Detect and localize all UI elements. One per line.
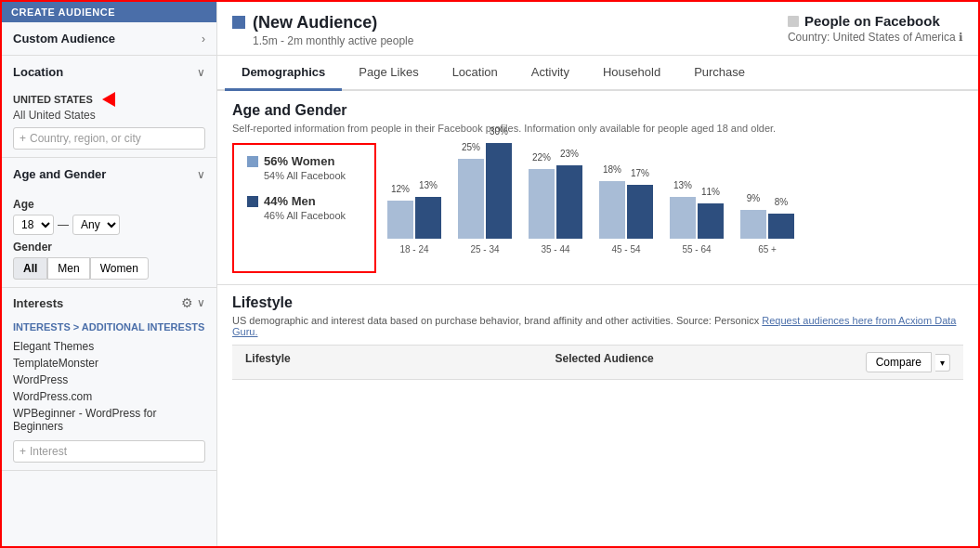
interest-wordpress-com: WordPress.com	[13, 388, 205, 405]
interest-elegant-themes: Elegant Themes	[13, 338, 205, 355]
men-pct-label: 44% Men	[264, 194, 316, 208]
demographics-title: Age and Gender	[232, 102, 963, 119]
location-label: Location	[13, 65, 63, 79]
interest-input[interactable]: + Interest	[13, 440, 205, 463]
bar-chart: 12% 13% 18 - 24 25% 30% 25 - 34 22%	[387, 143, 963, 273]
bar-men: 13%	[415, 197, 441, 239]
custom-audience-arrow: ›	[202, 33, 205, 46]
location-placeholder: Country, region, or city	[30, 132, 141, 145]
main-panel: Age and Gender Self-reported information…	[217, 91, 978, 546]
bar-women: 12%	[387, 201, 413, 239]
interests-section: Interests ⚙ ∨ INTERESTS > ADDITIONAL INT…	[2, 288, 216, 471]
gender-all-button[interactable]: All	[13, 257, 47, 280]
bar-group: 13% 11% 55 - 64	[670, 197, 724, 254]
location-header[interactable]: Location ∨	[2, 56, 216, 88]
tab-location[interactable]: Location	[436, 56, 515, 91]
facebook-label: People on Facebook	[788, 13, 940, 29]
bar-men: 30%	[486, 143, 512, 239]
custom-audience-label: Custom Audience	[13, 32, 115, 46]
bar-group: 25% 30% 25 - 34	[458, 143, 512, 254]
bar-men: 17%	[627, 185, 653, 239]
bar-group: 9% 8% 65 +	[740, 210, 794, 254]
compare-button[interactable]: Compare	[866, 352, 932, 372]
bars-wrapper: 13% 11%	[670, 197, 724, 239]
gender-men-button[interactable]: Men	[47, 257, 89, 280]
location-input[interactable]: + Country, region, or city	[13, 127, 205, 150]
interest-templatemonster: TemplateMonster	[13, 355, 205, 372]
age-from-select[interactable]: 18	[13, 215, 54, 235]
age-selects: 18 — Any	[13, 215, 205, 235]
bar-label: 45 - 54	[611, 244, 640, 254]
age-gender-detail: Age 18 — Any Gender All	[2, 190, 216, 287]
age-gender-label: Age and Gender	[13, 167, 106, 181]
bar-men-pct: 23%	[560, 149, 579, 159]
audience-subtitle: 1.5m - 2m monthly active people	[253, 34, 413, 47]
lifestyle-col-selected: Selected Audience	[542, 346, 853, 379]
interests-header[interactable]: Interests ⚙ ∨	[2, 288, 216, 318]
bar-men-pct: 30%	[490, 126, 508, 137]
bar-women-pct: 13%	[673, 180, 692, 190]
age-gender-header[interactable]: Age and Gender ∨	[2, 158, 216, 190]
custom-audience-header[interactable]: Custom Audience ›	[2, 22, 216, 55]
bar-group: 18% 17% 45 - 54	[599, 181, 653, 254]
tab-page-likes[interactable]: Page Likes	[342, 56, 435, 91]
bar-women: 13%	[670, 197, 696, 239]
bar-group: 22% 23% 35 - 44	[529, 165, 582, 254]
legend-women: 56% Women 54% All Facebook	[247, 154, 361, 181]
lifestyle-section: Lifestyle US demographic and interest da…	[217, 285, 978, 389]
location-country-title: UNITED STATES	[13, 92, 205, 107]
create-audience-title: CREATE AUDIENCE	[11, 7, 115, 18]
interests-icons: ⚙ ∨	[181, 295, 205, 310]
bar-women-pct: 22%	[532, 152, 551, 163]
bar-women: 18%	[599, 181, 625, 239]
lifestyle-col-lifestyle: Lifestyle	[232, 346, 542, 379]
lifestyle-table-header: Lifestyle Selected Audience Compare ▾	[232, 345, 963, 380]
location-detail: UNITED STATES All United States + Countr…	[2, 88, 216, 157]
interests-detail: INTERESTS > ADDITIONAL INTERESTS Elegant…	[2, 318, 216, 470]
interests-arrow: ∨	[197, 296, 205, 309]
fb-icon	[788, 16, 799, 27]
age-row: Age 18 — Any	[13, 198, 205, 235]
bar-women-pct: 25%	[462, 142, 480, 152]
tabs-bar: Demographics Page Likes Location Activit…	[217, 56, 978, 91]
tab-household[interactable]: Household	[586, 56, 677, 91]
lifestyle-col-compare: Compare ▾	[852, 346, 963, 379]
facebook-country: Country: United States of America ℹ	[788, 31, 963, 44]
legend-box: 56% Women 54% All Facebook 44% Men 46% A…	[232, 143, 376, 273]
bar-women: 9%	[740, 210, 766, 239]
bar-label: 18 - 24	[399, 244, 428, 254]
tab-demographics[interactable]: Demographics	[225, 56, 342, 91]
bars-wrapper: 12% 13%	[387, 197, 441, 239]
bar-men: 23%	[556, 165, 582, 239]
lifestyle-title: Lifestyle	[232, 294, 963, 311]
age-gender-section: Age and Gender ∨ Age 18 — Any	[2, 158, 216, 288]
women-color-dot	[247, 156, 258, 167]
bar-women: 22%	[529, 169, 555, 239]
age-label: Age	[13, 198, 205, 211]
audience-title-block: (New Audience) 1.5m - 2m monthly active …	[253, 13, 413, 47]
legend-men-label: 44% Men	[247, 194, 361, 208]
tab-purchase[interactable]: Purchase	[677, 56, 762, 91]
facebook-info: People on Facebook Country: United State…	[788, 13, 963, 44]
bar-men-pct: 8%	[775, 197, 788, 207]
gear-icon[interactable]: ⚙	[181, 295, 193, 310]
bar-men: 8%	[768, 214, 794, 239]
compare-caret-button[interactable]: ▾	[935, 354, 950, 372]
bars-wrapper: 22% 23%	[529, 165, 582, 239]
men-color-dot	[247, 196, 258, 207]
facebook-label-text: People on Facebook	[804, 13, 940, 29]
plus-icon: +	[20, 132, 26, 145]
location-section: Location ∨ UNITED STATES All United Stat…	[2, 56, 216, 158]
audience-title: (New Audience)	[253, 13, 413, 33]
bar-men: 11%	[698, 203, 724, 239]
bar-men-pct: 17%	[631, 168, 649, 178]
bars-wrapper: 18% 17%	[599, 181, 653, 239]
bar-women: 25%	[458, 159, 484, 239]
demographics-desc: Self-reported information from people in…	[232, 123, 963, 134]
gender-women-button[interactable]: Women	[90, 257, 149, 280]
bar-group: 12% 13% 18 - 24	[387, 197, 441, 254]
gender-label: Gender	[13, 241, 205, 254]
age-to-select[interactable]: Any	[72, 215, 120, 235]
location-red-arrow	[102, 92, 115, 107]
tab-activity[interactable]: Activity	[515, 56, 586, 91]
